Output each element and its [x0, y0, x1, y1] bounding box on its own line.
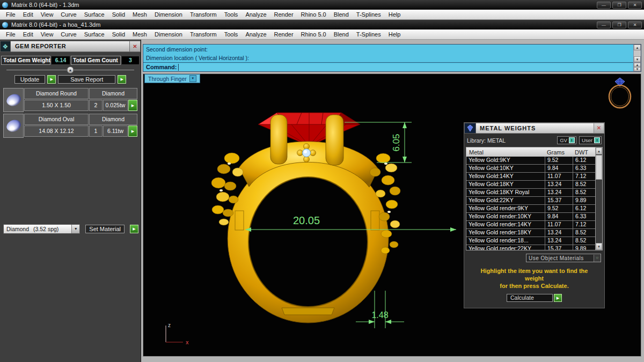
menu-file[interactable]: File — [2, 10, 19, 19]
menu-help[interactable]: Help — [385, 29, 405, 39]
set-material-go-icon[interactable]: ▶ — [130, 225, 138, 233]
menu-curve[interactable]: Curve — [57, 29, 80, 39]
menu-dimension[interactable]: Dimension — [151, 29, 186, 39]
gem-row-diamond-oval[interactable]: Diamond Oval Diamond 14.08 X 12.12 1 6.1… — [3, 114, 137, 138]
update-button[interactable]: Update — [14, 75, 45, 84]
save-report-go-icon[interactable]: ▶ — [118, 75, 126, 84]
menu-dimension[interactable]: Dimension — [151, 10, 186, 19]
menu-curve[interactable]: Curve — [57, 10, 80, 19]
menu-render[interactable]: Render — [270, 29, 297, 39]
gem-thumbnail — [3, 114, 24, 138]
menu-blend[interactable]: Blend — [330, 10, 353, 19]
spin-down-icon[interactable]: ▼ — [634, 67, 641, 71]
command-input[interactable] — [178, 64, 632, 71]
gem-weight: 6.11tw — [103, 125, 128, 137]
cell-dwt: 8.52 — [573, 189, 595, 196]
scroll-up-icon[interactable]: ▲ — [634, 45, 641, 50]
table-row[interactable]: Yellow Gold render:22KY15.379.89 — [466, 245, 595, 250]
restore-icon[interactable]: ❐ — [612, 2, 626, 9]
menu-analyze[interactable]: Analyze — [241, 10, 270, 19]
gem-row-diamond-round[interactable]: Diamond Round Diamond 1.50 X 1.50 2 0.02… — [3, 88, 137, 112]
toggle-on-icon[interactable]: I — [569, 137, 575, 143]
cell-grams: 9.84 — [545, 165, 573, 172]
table-row[interactable]: Yellow Gold render:9KY9.526.12 — [466, 205, 595, 213]
close-icon[interactable]: ✕ — [628, 21, 642, 28]
menu-tools[interactable]: Tools — [221, 29, 242, 39]
menu-edit[interactable]: Edit — [19, 10, 37, 19]
menu-help[interactable]: Help — [385, 10, 405, 19]
table-row[interactable]: Yellow Gold render:18KY13.248.52 — [466, 229, 595, 237]
menu-view[interactable]: View — [37, 29, 57, 39]
table-row[interactable]: Yellow Gold:18KY13.248.52 — [466, 181, 595, 189]
toggle-on-icon[interactable]: I — [594, 137, 600, 143]
menu-surface[interactable]: Surface — [80, 29, 108, 39]
circle-icon[interactable]: ○ — [594, 255, 601, 262]
close-icon[interactable]: ✕ — [130, 41, 141, 52]
restore-icon[interactable]: ❐ — [612, 21, 626, 28]
dimension-diameter[interactable]: 20.05 — [245, 215, 456, 232]
cell-dwt: 6.33 — [573, 213, 595, 220]
table-row[interactable]: Yellow Gold:18KY Royal13.248.52 — [466, 189, 595, 197]
menu-tsplines[interactable]: T-Splines — [353, 29, 385, 39]
gem-weight: 0.025tw — [103, 100, 128, 111]
material-select[interactable]: Diamond (3.52 spg) ▼ — [3, 224, 80, 234]
menu-tools[interactable]: Tools — [221, 10, 242, 19]
scrollbar-thumb[interactable] — [596, 155, 602, 180]
chevron-down-icon[interactable]: ▼ — [189, 75, 196, 82]
calculate-button[interactable]: Calculate — [507, 294, 553, 302]
scroll-down-icon[interactable]: ▼ — [634, 56, 641, 62]
close-icon[interactable]: ✕ — [628, 2, 642, 9]
metal-weights-icon — [464, 123, 476, 134]
minimize-icon[interactable]: — — [597, 2, 611, 9]
scroll-down-icon[interactable]: ▼ — [596, 243, 602, 250]
menu-tsplines[interactable]: T-Splines — [353, 10, 385, 19]
table-row[interactable]: Yellow Gold render:18...13.248.52 — [466, 237, 595, 245]
menu-transform[interactable]: Transform — [186, 29, 221, 39]
command-scrollbar[interactable]: ▲ ▼ ▲ ▼ — [633, 45, 641, 71]
table-row[interactable]: Yellow Gold render:10KY9.846.33 — [466, 213, 595, 221]
use-object-materials-select[interactable]: Use Object Materials ○ — [526, 254, 601, 262]
menu-file[interactable]: File — [2, 29, 19, 39]
menu-mesh[interactable]: Mesh — [129, 10, 151, 19]
scroll-up-icon[interactable]: ▲ — [596, 147, 602, 154]
menu-transform[interactable]: Transform — [186, 10, 221, 19]
chevron-down-icon[interactable]: ▼ — [71, 225, 79, 233]
menu-edit[interactable]: Edit — [19, 29, 37, 39]
gem-go-icon[interactable]: ▶ — [128, 125, 137, 137]
gv-toggle-button[interactable]: GV I — [557, 136, 576, 144]
menu-rhino[interactable]: Rhino 5.0 — [297, 29, 330, 39]
command-spinner[interactable]: ▲ ▼ — [634, 62, 641, 71]
user-toggle-button[interactable]: User I — [579, 136, 602, 144]
gem-go-icon[interactable]: ▶ — [128, 100, 137, 111]
menu-analyze[interactable]: Analyze — [241, 29, 270, 39]
save-report-button[interactable]: Save Report — [58, 75, 115, 84]
menu-blend[interactable]: Blend — [330, 29, 353, 39]
set-material-button[interactable]: Set Material — [85, 225, 125, 233]
table-row[interactable]: Yellow Gold:22KY15.379.89 — [466, 197, 595, 205]
menu-render[interactable]: Render — [270, 10, 297, 19]
viewport[interactable]: Through Finger ▼ — [143, 73, 641, 357]
table-row[interactable]: Yellow Gold:10KY9.846.33 — [466, 165, 595, 173]
table-row[interactable]: Yellow Gold:14KY11.077.12 — [466, 173, 595, 181]
spin-up-icon[interactable]: ▲ — [634, 63, 641, 67]
command-history[interactable]: Second dimension point: Dimension locati… — [143, 45, 633, 63]
minimize-icon[interactable]: — — [597, 21, 611, 28]
update-go-icon[interactable]: ▶ — [47, 75, 56, 84]
gem-list: Diamond Round Diamond 1.50 X 1.50 2 0.02… — [3, 88, 137, 138]
table-row[interactable]: Yellow Gold:9KY9.526.12 — [466, 157, 595, 165]
menu-surface[interactable]: Surface — [80, 10, 108, 19]
view-tab-through-finger[interactable]: Through Finger ▼ — [144, 74, 200, 83]
collapse-icon[interactable]: ▲ — [67, 67, 74, 73]
metal-weights-header[interactable]: METAL WEIGHTS ✕ — [464, 123, 604, 134]
menu-mesh[interactable]: Mesh — [129, 29, 151, 39]
menu-view[interactable]: View — [37, 10, 57, 19]
metal-table-scrollbar[interactable]: ▲ ▼ — [595, 147, 602, 250]
table-row[interactable]: Yellow Gold render:14KY11.077.12 — [466, 221, 595, 229]
menu-solid[interactable]: Solid — [108, 10, 129, 19]
close-icon[interactable]: ✕ — [594, 123, 604, 134]
calculate-go-icon[interactable]: ▶ — [554, 294, 562, 302]
total-gem-count-label: Total Gem Count — [71, 56, 121, 65]
matrix-application: Matrix 8.0 (64-bit) - 1.3dm — ❐ ✕ File E… — [0, 0, 644, 362]
menu-rhino[interactable]: Rhino 5.0 — [297, 10, 330, 19]
menu-solid[interactable]: Solid — [108, 29, 129, 39]
